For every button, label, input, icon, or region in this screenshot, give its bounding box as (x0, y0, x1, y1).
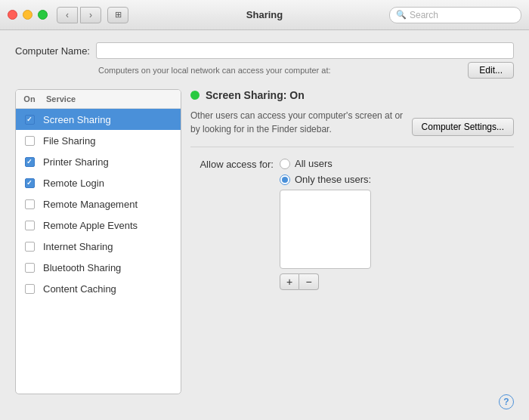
titlebar: ‹ › ⊞ Sharing 🔍 (0, 0, 529, 30)
service-checkbox-screen-sharing[interactable] (25, 115, 35, 125)
service-checkbox-internet-sharing[interactable] (25, 242, 35, 252)
computer-name-label: Computer Name: (15, 45, 90, 57)
close-button[interactable] (8, 10, 17, 20)
remove-user-button[interactable]: − (299, 273, 319, 290)
window-title: Sharing (246, 9, 283, 20)
service-item-file-sharing[interactable]: File Sharing (16, 130, 181, 151)
forward-icon: › (89, 10, 92, 20)
allow-access-label: Allow access for: (190, 158, 274, 170)
window-controls (8, 10, 48, 20)
add-remove-row: + − (280, 273, 371, 290)
status-dot (190, 91, 200, 100)
nav-buttons: ‹ › (57, 7, 101, 23)
search-box: 🔍 (389, 7, 521, 23)
description-line1: Other users can access your computer's s… (190, 110, 392, 121)
service-item-label-screen-sharing: Screen Sharing (43, 114, 181, 125)
service-item-remote-login[interactable]: Remote Login (16, 172, 181, 193)
allow-access-section: Allow access for: All users Only these u… (190, 158, 514, 290)
service-checkbox-bluetooth-sharing[interactable] (25, 263, 35, 273)
description-line3: in the Finder sidebar. (247, 124, 332, 134)
service-checkbox-remote-management[interactable] (25, 199, 35, 209)
service-item-label-remote-login: Remote Login (43, 178, 181, 189)
radio-only-these-label: Only these users: (295, 174, 371, 185)
help-row: ? (15, 394, 514, 412)
service-item-internet-sharing[interactable]: Internet Sharing (16, 236, 181, 257)
grid-view-button[interactable]: ⊞ (107, 7, 128, 23)
edit-button[interactable]: Edit... (468, 62, 514, 79)
right-panel: Screen Sharing: On Other users can acces… (190, 89, 514, 394)
service-item-remote-apple-events[interactable]: Remote Apple Events (16, 215, 181, 236)
service-item-label-remote-management: Remote Management (43, 199, 181, 210)
main-content: Computer Name: Computers on your local n… (0, 30, 529, 420)
divider (190, 147, 514, 147)
service-list-panel: On Service Screen SharingFile SharingPri… (15, 89, 181, 394)
radio-only-these[interactable]: Only these users: (280, 174, 371, 185)
service-checkbox-printer-sharing[interactable] (25, 157, 35, 167)
service-list-header-service: Service (43, 93, 181, 105)
status-row: Screen Sharing: On (190, 89, 514, 101)
service-item-label-printer-sharing: Printer Sharing (43, 156, 181, 168)
service-list-header-on: On (16, 93, 43, 105)
search-icon: 🔍 (396, 10, 407, 20)
service-list-header: On Service (16, 90, 181, 109)
local-network-text: Computers on your local network can acce… (98, 66, 465, 75)
service-list: Screen SharingFile SharingPrinter Sharin… (16, 109, 181, 394)
service-item-label-bluetooth-sharing: Bluetooth Sharing (43, 262, 181, 273)
forward-button[interactable]: › (80, 7, 101, 23)
service-item-remote-management[interactable]: Remote Management (16, 193, 181, 215)
local-network-row: Computers on your local network can acce… (98, 62, 514, 79)
search-input[interactable] (410, 10, 515, 20)
allow-access-options: All users Only these users: + − (280, 158, 371, 290)
add-user-button[interactable]: + (280, 273, 299, 290)
computer-name-input[interactable] (96, 42, 514, 59)
users-list-box (280, 190, 371, 269)
description-text: Other users can access your computer's s… (190, 109, 406, 136)
service-checkbox-content-caching[interactable] (25, 284, 35, 294)
status-text: Screen Sharing: On (206, 89, 305, 101)
service-item-label-internet-sharing: Internet Sharing (43, 241, 181, 252)
back-button[interactable]: ‹ (57, 7, 78, 23)
maximize-button[interactable] (38, 10, 48, 20)
service-checkbox-file-sharing[interactable] (25, 136, 35, 146)
service-item-label-file-sharing: File Sharing (43, 135, 181, 147)
help-button[interactable]: ? (499, 394, 514, 409)
panels: On Service Screen SharingFile SharingPri… (15, 89, 514, 394)
description-area: Other users can access your computer's s… (190, 109, 514, 136)
computer-name-row: Computer Name: (15, 42, 514, 59)
back-icon: ‹ (66, 10, 69, 20)
radio-all-users-btn[interactable] (280, 159, 290, 169)
radio-all-users[interactable]: All users (280, 158, 371, 169)
service-item-label-remote-apple-events: Remote Apple Events (43, 220, 181, 231)
service-item-printer-sharing[interactable]: Printer Sharing (16, 151, 181, 172)
service-item-content-caching[interactable]: Content Caching (16, 278, 181, 299)
service-checkbox-remote-login[interactable] (25, 178, 35, 188)
service-checkbox-remote-apple-events[interactable] (25, 221, 35, 230)
minimize-button[interactable] (23, 10, 32, 20)
computer-settings-button[interactable]: Computer Settings... (412, 118, 514, 136)
radio-only-these-btn[interactable] (280, 174, 290, 185)
service-item-label-content-caching: Content Caching (43, 283, 181, 295)
service-item-screen-sharing[interactable]: Screen Sharing (16, 109, 181, 130)
grid-icon: ⊞ (115, 10, 122, 20)
radio-all-users-label: All users (295, 158, 333, 169)
service-item-bluetooth-sharing[interactable]: Bluetooth Sharing (16, 257, 181, 278)
